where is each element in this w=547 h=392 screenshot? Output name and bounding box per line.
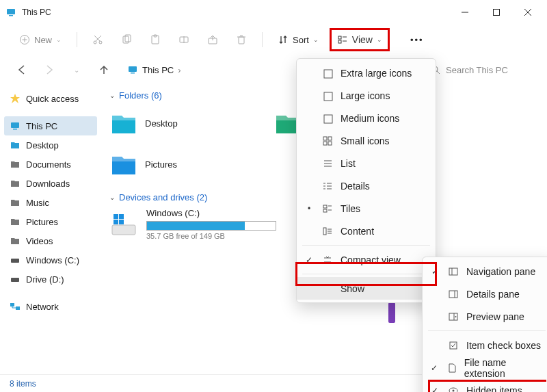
sidebar-item-label: Network — [26, 302, 59, 312]
details-icon — [321, 181, 334, 192]
view-menu-compact-view[interactable]: ✓Compact view — [297, 248, 436, 271]
folder-label: Pictures — [145, 159, 177, 170]
folder-icon — [10, 159, 21, 170]
list-icon — [321, 158, 334, 169]
rename-icon — [178, 34, 189, 45]
back-button[interactable] — [12, 60, 31, 79]
cut-button[interactable] — [85, 29, 110, 51]
sidebar-item-documents[interactable]: Documents — [4, 155, 97, 174]
content-icon — [321, 226, 334, 237]
nav-row: ⌄ This PC › Search This PC — [0, 55, 547, 85]
menu-label: Item check boxes — [466, 340, 541, 351]
menu-label: Small icons — [341, 135, 390, 146]
sidebar-item-downloads[interactable]: Downloads — [4, 174, 97, 193]
paste-button[interactable] — [143, 29, 168, 51]
view-menu-tiles[interactable]: •Tiles — [297, 197, 436, 220]
svg-rect-33 — [13, 129, 17, 130]
breadcrumb[interactable]: This PC — [142, 65, 174, 75]
sidebar-item-label: Quick access — [26, 94, 79, 104]
delete-button[interactable] — [229, 29, 254, 51]
folder-icon — [10, 178, 21, 189]
sidebar-item-pictures[interactable]: Pictures — [4, 212, 97, 231]
menu-label: Compact view — [341, 254, 401, 265]
up-button[interactable] — [94, 60, 114, 79]
sort-icon — [278, 34, 289, 45]
drive-usage-bar — [146, 221, 276, 231]
svg-marker-31 — [10, 94, 20, 103]
ellipsis-icon: ••• — [410, 35, 424, 45]
svg-point-75 — [455, 316, 457, 317]
svg-rect-63 — [323, 228, 326, 235]
view-menu-small-icons[interactable]: Small icons — [297, 129, 436, 152]
view-menu-content[interactable]: Content — [297, 220, 436, 242]
recent-button[interactable]: ⌄ — [67, 60, 86, 79]
square-icon — [321, 113, 334, 124]
minimize-button[interactable] — [455, 3, 475, 22]
sidebar-item-videos[interactable]: Videos — [4, 231, 97, 250]
view-menu-large-icons[interactable]: Large icons — [297, 84, 436, 107]
copy-button[interactable] — [114, 29, 139, 51]
view-button[interactable]: View ⌄ — [330, 28, 390, 51]
svg-rect-28 — [131, 73, 135, 74]
sidebar-item-network[interactable]: Network — [4, 297, 97, 316]
scissors-icon — [92, 34, 103, 45]
sort-button[interactable]: Sort ⌄ — [271, 29, 325, 51]
folder-desktop[interactable]: Desktop — [109, 106, 246, 140]
view-menu-details[interactable]: Details — [297, 174, 436, 197]
sidebar-item-label: Windows (C:) — [26, 255, 79, 265]
folder-label: Desktop — [145, 118, 178, 129]
svg-rect-59 — [323, 205, 327, 208]
more-button[interactable]: ••• — [403, 29, 431, 51]
svg-point-10 — [99, 41, 102, 44]
view-menu-extra-large-icons[interactable]: Extra large icons — [297, 62, 436, 84]
drive-item[interactable]: Windows (C:) 35.7 GB free of 149 GB — [109, 208, 287, 240]
svg-rect-49 — [328, 142, 332, 145]
rename-button[interactable] — [172, 29, 196, 51]
view-menu-list[interactable]: List — [297, 152, 436, 174]
view-icon — [337, 34, 348, 45]
svg-rect-34 — [11, 259, 19, 263]
folder-pictures[interactable]: Pictures — [109, 147, 246, 181]
clipboard-icon — [150, 34, 161, 45]
share-button[interactable] — [200, 29, 225, 51]
view-menu-show[interactable]: Show› — [297, 277, 436, 300]
drive-icon — [10, 254, 21, 265]
show-menu-details-pane[interactable]: Details pane — [423, 283, 547, 305]
sidebar-item-music[interactable]: Music — [4, 193, 97, 212]
maximize-button[interactable] — [487, 3, 506, 22]
compact-icon — [321, 254, 334, 265]
sidebar-item-quick-access[interactable]: Quick access — [4, 89, 97, 108]
menu-label: Extra large icons — [341, 68, 412, 79]
menu-label: Show — [341, 283, 416, 294]
view-menu-medium-icons[interactable]: Medium icons — [297, 107, 436, 129]
svg-rect-46 — [323, 137, 327, 140]
menu-label: Medium icons — [341, 113, 399, 124]
show-menu-preview-pane[interactable]: Preview pane — [423, 305, 547, 328]
sidebar-item-windows-c-[interactable]: Windows (C:) — [4, 250, 97, 270]
chevron-down-icon: ⌄ — [313, 36, 319, 43]
toolbar: New ⌄ Sort ⌄ View ⌄ ••• — [0, 25, 547, 55]
new-button[interactable]: New ⌄ — [12, 29, 68, 51]
show-menu-navigation-pane[interactable]: ✓Navigation pane — [423, 260, 547, 283]
new-label: New — [34, 35, 52, 45]
grid4-icon — [321, 135, 334, 146]
sort-label: Sort — [293, 35, 309, 45]
sidebar-item-this-pc[interactable]: This PC — [4, 116, 97, 135]
svg-rect-47 — [328, 137, 332, 140]
folder-icon — [10, 216, 21, 227]
show-menu-file-name-extension[interactable]: ✓File name extension — [423, 356, 547, 379]
sidebar-item-label: This PC — [26, 121, 57, 131]
search-input[interactable]: Search This PC — [425, 59, 535, 81]
sidebar-item-drive-d-[interactable]: Drive (D:) — [4, 270, 97, 289]
show-menu-item-check-boxes[interactable]: Item check boxes — [423, 334, 547, 356]
svg-rect-36 — [10, 303, 14, 306]
forward-button[interactable] — [40, 60, 59, 79]
sidebar-item-label: Drive (D:) — [26, 274, 64, 285]
close-button[interactable] — [518, 3, 537, 22]
eye-icon — [447, 385, 459, 393]
crumb-separator[interactable]: › — [178, 65, 181, 75]
svg-rect-48 — [323, 142, 327, 145]
windows-drive-icon — [109, 210, 138, 239]
sidebar-item-desktop[interactable]: Desktop — [4, 135, 97, 155]
show-menu-hidden-items[interactable]: ✓Hidden items — [423, 379, 547, 392]
